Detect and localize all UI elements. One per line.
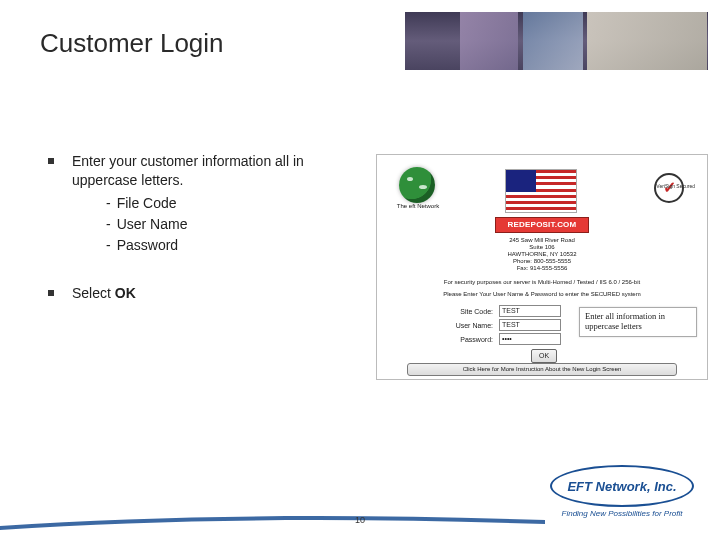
logo-oval-icon: EFT Network, Inc.: [550, 465, 694, 507]
bullet-bold: OK: [115, 285, 136, 301]
sub-item: -User Name: [106, 215, 358, 234]
addr-line: 245 Saw Mill River Road: [377, 237, 707, 244]
addr-line: Fax: 914-555-5556: [377, 265, 707, 272]
square-bullet-icon: [48, 290, 54, 296]
password-label: Password:: [433, 336, 499, 343]
user-name-row: User Name: TEST: [433, 319, 583, 331]
login-screenshot: The eft Network ✓ VeriSign Secured REDEP…: [376, 154, 708, 380]
banner-segment: [523, 12, 583, 70]
header-banner-image: [405, 12, 708, 70]
logo-tagline: Finding New Possibilities for Profit: [546, 509, 698, 518]
page-title: Customer Login: [40, 28, 224, 59]
user-name-label: User Name:: [433, 322, 499, 329]
enter-credentials-message: Please Enter Your User Name & Password t…: [377, 291, 707, 297]
verisign-label: VeriSign Secured: [656, 183, 695, 189]
addr-line: Phone: 800-555-5555: [377, 258, 707, 265]
sub-item: -Password: [106, 236, 358, 255]
user-name-input[interactable]: TEST: [499, 319, 561, 331]
bullet-text: Select: [72, 285, 111, 301]
addr-line: HAWTHORNE, NY 10532: [377, 251, 707, 258]
instruction-block: Enter your customer information all in u…: [48, 152, 358, 331]
password-row: Password: ••••: [433, 333, 583, 345]
list-item: Select OK: [48, 284, 358, 303]
security-message: For security purposes our server is Mult…: [377, 279, 707, 285]
list-item: Enter your customer information all in u…: [48, 152, 358, 256]
sub-list: -File Code -User Name -Password: [106, 194, 358, 255]
bullet-body: Select OK: [72, 284, 136, 303]
verisign-seal-icon: ✓ VeriSign Secured: [645, 171, 693, 205]
shot-top-row: The eft Network ✓ VeriSign Secured: [377, 163, 707, 209]
addr-line: Suite 106: [377, 244, 707, 251]
globe-label: The eft Network: [395, 203, 441, 209]
site-code-label: Site Code:: [433, 308, 499, 315]
password-input[interactable]: ••••: [499, 333, 561, 345]
address-block: 245 Saw Mill River Road Suite 106 HAWTHO…: [377, 237, 707, 271]
uppercase-callout: Enter all information in uppercase lette…: [579, 307, 697, 337]
ok-button[interactable]: OK: [531, 349, 557, 363]
bullet-text: Enter your customer information all in u…: [72, 153, 304, 188]
square-bullet-icon: [48, 158, 54, 164]
login-panel: Site Code: TEST User Name: TEST Password…: [433, 303, 583, 347]
globe-icon: [399, 167, 435, 203]
logo-text: EFT Network, Inc.: [567, 479, 676, 494]
more-instructions-button[interactable]: Click Here for More Instruction About th…: [407, 363, 677, 376]
site-code-row: Site Code: TEST: [433, 305, 583, 317]
bullet-body: Enter your customer information all in u…: [72, 152, 358, 256]
site-code-input[interactable]: TEST: [499, 305, 561, 317]
company-logo: EFT Network, Inc. Finding New Possibilit…: [546, 465, 698, 518]
banner-segment: [460, 12, 518, 70]
banner-segment: [587, 12, 707, 70]
sub-item: -File Code: [106, 194, 358, 213]
brand-bar: REDEPOSIT.COM: [495, 217, 589, 233]
us-flag-icon: [505, 169, 577, 213]
